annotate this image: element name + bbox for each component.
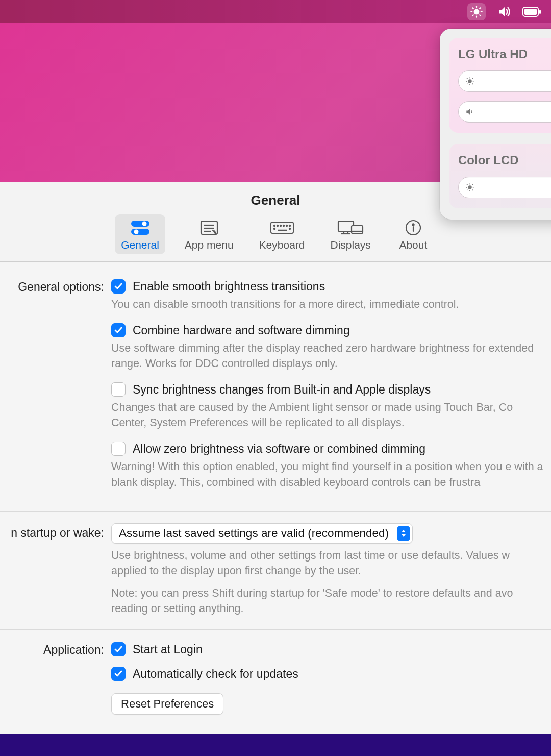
tab-app-menu[interactable]: App menu xyxy=(179,214,240,254)
battery-menu-icon[interactable] xyxy=(522,3,541,20)
svg-line-8 xyxy=(480,8,481,9)
section-general-options: General options: Enable smooth brightnes… xyxy=(0,262,551,512)
svg-line-42 xyxy=(467,78,467,79)
volume-slider[interactable] xyxy=(458,101,551,123)
tab-keyboard[interactable]: Keyboard xyxy=(253,214,311,254)
checkbox-zero-brightness[interactable] xyxy=(111,442,126,456)
menu-icon xyxy=(198,218,220,237)
svg-point-28 xyxy=(289,228,290,229)
option-title: Start at Login xyxy=(133,643,203,656)
svg-point-37 xyxy=(412,224,414,225)
option-help: Use software dimming after the display r… xyxy=(111,340,551,371)
svg-point-24 xyxy=(283,225,284,226)
keyboard-icon xyxy=(269,218,295,237)
tab-label: General xyxy=(121,239,159,251)
tab-label: Displays xyxy=(331,239,371,251)
startup-help-2: Note: you can press Shift during startup… xyxy=(111,586,551,616)
checkbox-start-at-login[interactable] xyxy=(111,642,126,656)
section-label: General options: xyxy=(0,279,111,494)
svg-point-23 xyxy=(280,225,281,226)
info-icon xyxy=(405,218,422,237)
brightness-panel: LG Ultra HD Color LCD xyxy=(440,29,551,220)
tab-label: App menu xyxy=(185,239,234,251)
svg-rect-10 xyxy=(539,10,541,14)
svg-line-4 xyxy=(480,15,481,16)
tab-label: About xyxy=(399,239,427,251)
svg-rect-14 xyxy=(131,229,149,235)
brightness-slider[interactable] xyxy=(458,177,551,198)
section-label: n startup or wake: xyxy=(0,523,111,616)
device-card-color-lcd: Color LCD xyxy=(449,144,551,208)
option-title: Sync brightness changes from Built-in an… xyxy=(133,383,431,397)
svg-rect-34 xyxy=(352,226,363,233)
svg-point-39 xyxy=(468,80,471,83)
bottom-strip xyxy=(0,734,551,756)
checkbox-combine-dimming[interactable] xyxy=(111,323,126,337)
brightness-slider[interactable] xyxy=(458,70,551,92)
toggles-icon xyxy=(129,218,152,237)
svg-line-55 xyxy=(467,190,467,190)
svg-point-26 xyxy=(289,225,290,226)
svg-line-7 xyxy=(472,15,473,16)
svg-point-27 xyxy=(273,228,274,229)
section-label: Application: xyxy=(0,642,111,715)
svg-line-47 xyxy=(472,78,473,79)
preferences-window: General General xyxy=(0,182,551,732)
device-name: Color LCD xyxy=(458,153,551,167)
option-help: Changes that are caused by the Ambient l… xyxy=(111,400,551,430)
section-application: Application: Start at Login Automaticall… xyxy=(0,630,551,732)
svg-line-52 xyxy=(472,190,473,190)
svg-rect-12 xyxy=(131,221,149,227)
option-help: Warning! With this option enabled, you m… xyxy=(111,459,551,490)
checkbox-sync-brightness[interactable] xyxy=(111,382,126,397)
brightness-small-icon xyxy=(465,76,475,86)
svg-line-56 xyxy=(472,184,473,185)
startup-behavior-select[interactable]: Assume last saved settings are valid (re… xyxy=(111,523,413,544)
svg-line-51 xyxy=(467,184,467,185)
option-title: Combine hardware and software dimming xyxy=(133,324,350,337)
tab-displays[interactable]: Displays xyxy=(324,214,377,254)
svg-line-43 xyxy=(472,84,473,84)
startup-help-1: Use brightness, volume and other setting… xyxy=(111,548,551,578)
select-stepper-icon xyxy=(397,526,410,541)
checkbox-auto-updates[interactable] xyxy=(111,667,126,681)
svg-point-25 xyxy=(286,225,287,226)
device-name: LG Ultra HD xyxy=(458,47,551,61)
option-title: Allow zero brightness via software or co… xyxy=(133,442,425,456)
brightness-menu-icon[interactable] xyxy=(467,3,486,20)
menubar xyxy=(0,0,551,23)
svg-point-0 xyxy=(474,10,479,14)
svg-point-21 xyxy=(273,225,274,226)
option-title: Enable smooth brightness transitions xyxy=(133,280,325,294)
device-card-lg: LG Ultra HD xyxy=(449,38,551,133)
section-startup: n startup or wake: Assume last saved set… xyxy=(0,512,551,630)
svg-rect-11 xyxy=(524,9,537,15)
svg-line-3 xyxy=(472,8,473,9)
svg-point-15 xyxy=(134,230,138,234)
option-title: Automatically check for updates xyxy=(133,667,298,681)
checkbox-smooth-transitions[interactable] xyxy=(111,279,126,294)
reset-preferences-button[interactable]: Reset Preferences xyxy=(111,693,223,715)
svg-point-13 xyxy=(142,222,146,226)
svg-line-46 xyxy=(467,84,467,84)
brightness-small-icon xyxy=(465,182,475,192)
select-value: Assume last saved settings are valid (re… xyxy=(119,527,389,540)
tab-about[interactable]: About xyxy=(390,214,436,254)
tab-label: Keyboard xyxy=(259,239,305,251)
tab-general[interactable]: General xyxy=(115,214,165,254)
volume-menu-icon[interactable] xyxy=(495,3,513,20)
prefs-toolbar: General App menu xyxy=(0,214,551,262)
displays-icon xyxy=(336,218,365,237)
svg-point-48 xyxy=(468,186,471,189)
option-help: You can disable smooth transitions for a… xyxy=(111,297,551,312)
svg-point-22 xyxy=(277,225,278,226)
volume-small-icon xyxy=(465,107,475,117)
